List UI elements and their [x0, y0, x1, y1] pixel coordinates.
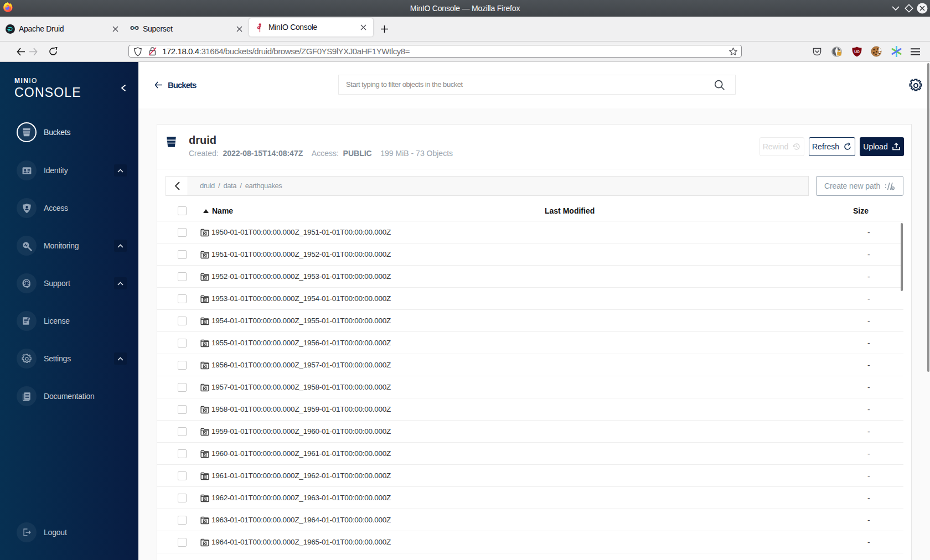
svg-text:UO: UO	[854, 50, 860, 54]
